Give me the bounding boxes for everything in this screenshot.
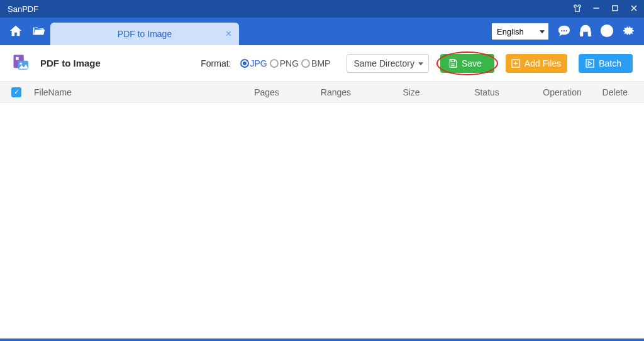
tab-pdf-to-image[interactable]: PDF to Image ×: [50, 18, 239, 45]
svg-rect-14: [586, 60, 594, 67]
svg-point-7: [605, 27, 609, 31]
toolbar: PDF to Image Format: JPG PNG BMP Same Di…: [0, 45, 644, 82]
page-title: PDF to Image: [40, 58, 101, 68]
close-icon[interactable]: [629, 3, 639, 15]
svg-rect-1: [613, 6, 618, 11]
table-body: [0, 103, 644, 338]
home-icon[interactable]: [9, 24, 23, 40]
col-delete: Delete: [600, 87, 633, 97]
format-label: Format:: [201, 58, 231, 68]
window-border-bottom: [0, 338, 644, 341]
col-operation: Operation: [525, 87, 600, 97]
directory-selected: Same Directory: [353, 58, 414, 68]
plus-box-icon: [511, 58, 521, 68]
col-status: Status: [449, 87, 525, 97]
save-icon: [448, 58, 458, 68]
chat-icon[interactable]: [557, 24, 571, 40]
select-all-checkbox[interactable]: ✓: [11, 87, 21, 97]
menubar: PDF to Image × English: [0, 18, 644, 45]
app-title: SanPDF: [8, 4, 572, 14]
col-filename: FileName: [34, 87, 235, 97]
titlebar: SanPDF: [0, 0, 644, 18]
batch-button-label: Batch: [599, 58, 621, 68]
page-title-icon: [11, 53, 29, 73]
maximize-icon[interactable]: [610, 3, 620, 15]
format-label-bmp: BMP: [311, 58, 330, 68]
tab-label: PDF to Image: [118, 29, 172, 39]
format-radio-group: JPG PNG BMP: [240, 58, 331, 68]
language-select[interactable]: English: [492, 23, 548, 40]
add-files-button-label: Add Files: [525, 58, 561, 68]
user-icon[interactable]: [600, 24, 614, 40]
tab-close-icon[interactable]: ×: [226, 28, 231, 40]
svg-rect-4: [580, 31, 583, 35]
batch-icon: [585, 58, 595, 68]
svg-rect-5: [589, 31, 591, 35]
save-button[interactable]: Save: [440, 54, 494, 73]
add-files-button[interactable]: Add Files: [506, 54, 567, 73]
format-radio-jpg[interactable]: JPG: [240, 58, 267, 68]
col-size: Size: [374, 87, 449, 97]
directory-dropdown[interactable]: Same Directory: [347, 54, 428, 73]
svg-point-10: [19, 63, 21, 65]
format-label-png: PNG: [280, 58, 299, 68]
col-ranges: Ranges: [298, 87, 374, 97]
format-label-jpg: JPG: [250, 58, 267, 68]
format-radio-bmp[interactable]: BMP: [301, 58, 330, 68]
tshirt-icon[interactable]: [572, 3, 582, 15]
save-button-label: Save: [462, 58, 482, 68]
minimize-icon[interactable]: [591, 3, 601, 15]
col-pages: Pages: [235, 87, 298, 97]
batch-button[interactable]: Batch: [579, 54, 633, 73]
folder-open-icon[interactable]: [31, 24, 45, 40]
table-header: ✓ FileName Pages Ranges Size Status Oper…: [0, 82, 644, 103]
gear-icon[interactable]: [621, 24, 635, 40]
headphones-icon[interactable]: [579, 24, 592, 40]
format-radio-png[interactable]: PNG: [270, 58, 299, 68]
